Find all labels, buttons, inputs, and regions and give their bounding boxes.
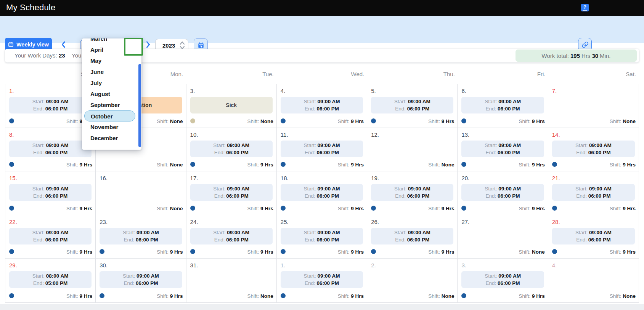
shift-status-dot bbox=[9, 162, 14, 167]
shift-end: End: 06:00 PM bbox=[124, 236, 158, 243]
weekly-view-label: Weekly view bbox=[16, 42, 49, 48]
calendar-cell[interactable]: 3.SickShift: None bbox=[186, 84, 277, 128]
shift-time-box[interactable]: Start: 09:00 AMEnd: 06:00 PM bbox=[281, 184, 363, 201]
month-option-october[interactable]: October bbox=[84, 110, 135, 121]
shift-time-box[interactable]: Start: 09:00 AMEnd: 06:00 PM bbox=[281, 228, 363, 244]
calendar-cell[interactable]: 24.Start: 09:00 AMEnd: 06:00 PMShift: 9 … bbox=[186, 215, 277, 259]
shift-status-dot bbox=[190, 162, 195, 167]
shift-total: Shift: None bbox=[428, 162, 454, 168]
click-target-annotation bbox=[124, 38, 143, 56]
cell-date: 15. bbox=[9, 175, 17, 181]
shift-time-box[interactable]: Start: 08:00 AMEnd: 05:00 PM bbox=[9, 271, 92, 288]
shift-total: Shift: 9 Hrs bbox=[66, 249, 92, 255]
calendar-cell[interactable]: 5.Start: 09:00 AMEnd: 06:00 PMShift: 9 H… bbox=[367, 84, 458, 128]
day-header: Fri. bbox=[458, 71, 549, 78]
calendar-cell[interactable]: 14.Start: 09:00 AMEnd: 06:00 PMShift: 9 … bbox=[548, 128, 639, 172]
shift-time-box[interactable]: Start: 09:00 AMEnd: 06:00 PM bbox=[281, 271, 363, 288]
shift-time-box[interactable]: Start: 09:00 AMEnd: 06:00 PM bbox=[461, 271, 544, 288]
calendar-cell[interactable]: 20.Start: 09:00 AMEnd: 06:00 PMShift: 9 … bbox=[458, 171, 548, 215]
calendar-cell[interactable]: 18.Start: 09:00 AMEnd: 06:00 PMShift: 9 … bbox=[277, 171, 367, 215]
calendar-cell[interactable]: 17.Start: 09:00 AMEnd: 06:00 PMShift: 9 … bbox=[186, 171, 277, 215]
shift-total: Shift: 9 Hrs bbox=[66, 162, 92, 168]
sick-badge[interactable]: Sick bbox=[190, 97, 273, 113]
shift-status-dot bbox=[461, 162, 466, 167]
shift-time-box[interactable]: Start: 09:00 AMEnd: 06:00 PM bbox=[371, 97, 453, 113]
shift-time-box[interactable]: Start: 09:00 AMEnd: 06:00 PM bbox=[9, 228, 92, 244]
calendar-cell[interactable]: 12.Shift: None bbox=[367, 128, 458, 172]
month-option-september[interactable]: September bbox=[82, 99, 141, 110]
calendar-cell[interactable]: 31.Shift: None bbox=[186, 259, 277, 302]
cell-date: 24. bbox=[190, 219, 198, 225]
help-icon[interactable]: ? bbox=[581, 4, 589, 11]
shift-start: Start: 09:00 AM bbox=[213, 229, 249, 236]
calendar-cell[interactable]: 25.Start: 09:00 AMEnd: 06:00 PMShift: 9 … bbox=[277, 215, 367, 259]
calendar-cell[interactable]: 21.Start: 09:00 AMEnd: 06:00 PMShift: 9 … bbox=[548, 171, 639, 215]
shift-time-box[interactable]: Start: 09:00 AMEnd: 06:00 PM bbox=[461, 184, 544, 201]
shift-end: End: 06:00 PM bbox=[305, 236, 339, 243]
calendar-cell[interactable]: 4.Start: 09:00 AMEnd: 06:00 PMShift: 9 H… bbox=[277, 84, 367, 128]
shift-time-box[interactable]: Start: 09:00 AMEnd: 06:00 PM bbox=[461, 141, 544, 157]
next-month-button[interactable] bbox=[143, 40, 153, 49]
calendar-cell[interactable]: 19.Start: 09:00 AMEnd: 06:00 PMShift: 9 … bbox=[367, 171, 458, 215]
shift-time-box[interactable]: Start: 09:00 AMEnd: 06:00 PM bbox=[461, 97, 544, 113]
bottom-scroll-area[interactable] bbox=[0, 304, 644, 310]
shift-time-box[interactable]: Start: 09:00 AMEnd: 06:00 PM bbox=[9, 141, 92, 157]
shift-time-box[interactable]: Start: 09:00 AMEnd: 06:00 PM bbox=[190, 141, 273, 157]
shift-start: Start: 09:00 AM bbox=[485, 185, 521, 192]
month-option-august[interactable]: August bbox=[82, 88, 141, 99]
shift-time-box[interactable]: Start: 09:00 AMEnd: 06:00 PM bbox=[281, 141, 363, 157]
calendar-cell[interactable]: 1.Start: 09:00 AMEnd: 06:00 PMShift: 9 H… bbox=[277, 259, 367, 302]
month-option-december[interactable]: December bbox=[82, 133, 141, 144]
calendar-cell[interactable]: 13.Start: 09:00 AMEnd: 06:00 PMShift: 9 … bbox=[458, 128, 548, 172]
shift-time-box[interactable]: Start: 09:00 AMEnd: 06:00 PM bbox=[190, 184, 273, 201]
calendar-cell[interactable]: 27.Shift: None bbox=[458, 215, 548, 259]
month-option-may[interactable]: May bbox=[82, 55, 141, 66]
shift-end: End: 06:00 PM bbox=[486, 280, 520, 287]
shift-time-box[interactable]: Start: 09:00 AMEnd: 06:00 PM bbox=[371, 184, 453, 201]
shift-time-box[interactable]: Start: 09:00 AMEnd: 06:00 PM bbox=[552, 141, 635, 157]
calendar-cell[interactable]: 11.Start: 09:00 AMEnd: 06:00 PMShift: 9 … bbox=[277, 128, 367, 172]
calendar-cell[interactable]: 15.Start: 09:00 AMEnd: 06:00 PMShift: 9 … bbox=[5, 171, 96, 215]
calendar-cell[interactable]: 22.Start: 09:00 AMEnd: 06:00 PMShift: 9 … bbox=[5, 215, 96, 259]
calendar-cell[interactable]: 3.Start: 09:00 AMEnd: 06:00 PMShift: 9 H… bbox=[458, 259, 548, 302]
shift-start: Start: 09:00 AM bbox=[575, 142, 612, 149]
month-option-june[interactable]: June bbox=[82, 66, 141, 77]
dropdown-scrollbar-thumb[interactable] bbox=[138, 64, 141, 147]
cell-date: 1. bbox=[281, 262, 286, 268]
shift-start: Start: 09:00 AM bbox=[394, 98, 430, 105]
shift-time-box[interactable]: Start: 09:00 AMEnd: 06:00 PM bbox=[100, 271, 182, 288]
calendar-cell[interactable]: 30.Start: 09:00 AMEnd: 06:00 PMShift: 9 … bbox=[96, 259, 186, 302]
calendar-cell[interactable]: 28.Start: 09:00 AMEnd: 06:00 PMShift: 9 … bbox=[548, 215, 639, 259]
shift-end: End: 06:00 PM bbox=[124, 280, 158, 287]
shift-time-box[interactable]: Start: 09:00 AMEnd: 06:00 PM bbox=[100, 228, 182, 244]
calendar-cell[interactable]: 2.Shift: None bbox=[367, 259, 458, 302]
calendar-cell[interactable]: 6.Start: 09:00 AMEnd: 06:00 PMShift: 9 H… bbox=[458, 84, 548, 128]
calendar-cell[interactable]: 26.Start: 09:00 AMEnd: 06:00 PMShift: 9 … bbox=[367, 215, 458, 259]
shift-time-box[interactable]: Start: 09:00 AMEnd: 06:00 PM bbox=[190, 228, 273, 244]
shift-time-box[interactable]: Start: 09:00 AMEnd: 06:00 PM bbox=[552, 228, 635, 244]
shift-total: Shift: 9 Hrs bbox=[157, 249, 183, 255]
shift-start: Start: 09:00 AM bbox=[304, 185, 340, 192]
month-option-november[interactable]: November bbox=[82, 121, 141, 133]
previous-month-button[interactable] bbox=[59, 40, 68, 49]
shift-time-box[interactable]: Start: 09:00 AMEnd: 06:00 PM bbox=[552, 184, 635, 201]
calendar-cell[interactable]: 4.Shift: None bbox=[548, 259, 639, 302]
month-option-july[interactable]: July bbox=[82, 77, 141, 88]
shift-total: Shift: 9 Hrs bbox=[519, 206, 544, 211]
shift-end: End: 06:00 PM bbox=[486, 192, 520, 200]
shift-time-box[interactable]: Start: 09:00 AMEnd: 06:00 PM bbox=[9, 184, 92, 201]
shift-end: End: 06:00 PM bbox=[486, 149, 520, 156]
calendar-cell[interactable]: 7.Shift: None bbox=[548, 84, 639, 128]
shift-time-box[interactable]: Start: 09:00 AMEnd: 06:00 PM bbox=[281, 97, 363, 113]
shift-time-box[interactable]: Start: 09:00 AMEnd: 06:00 PM bbox=[9, 97, 92, 113]
shift-total: Shift: 9 Hrs bbox=[519, 162, 544, 168]
shift-status-dot bbox=[100, 293, 104, 298]
cell-date: 19. bbox=[371, 175, 379, 181]
calendar-cell[interactable]: 16.Shift: None bbox=[96, 171, 186, 215]
calendar-cell[interactable]: 10.Start: 09:00 AMEnd: 06:00 PMShift: 9 … bbox=[186, 128, 277, 172]
calendar-cell[interactable]: 29.Start: 08:00 AMEnd: 05:00 PMShift: 9 … bbox=[5, 259, 96, 302]
shift-time-box[interactable]: Start: 09:00 AMEnd: 06:00 PM bbox=[371, 228, 453, 244]
cell-date: 12. bbox=[371, 131, 379, 138]
calendar-cell[interactable]: 23.Start: 09:00 AMEnd: 06:00 PMShift: 9 … bbox=[96, 215, 186, 259]
shift-status-dot bbox=[9, 118, 14, 123]
